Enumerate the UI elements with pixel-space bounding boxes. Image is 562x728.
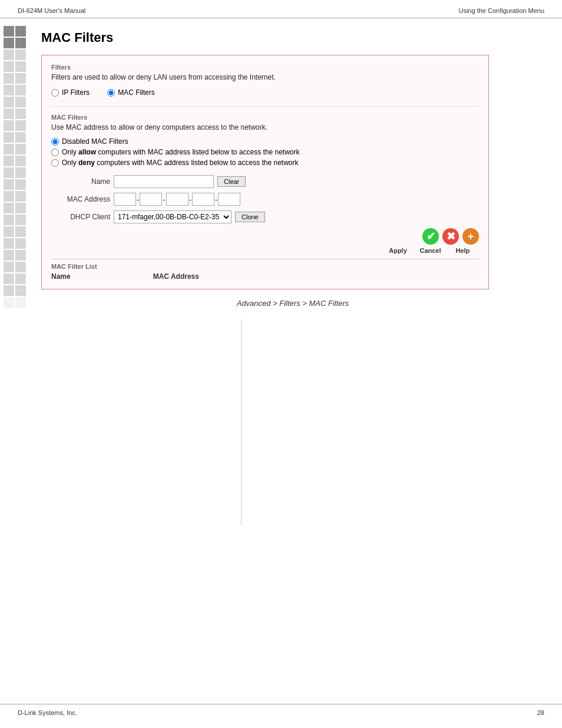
apply-label: Apply <box>382 247 414 254</box>
cancel-icon: ✖ <box>447 230 455 243</box>
col-name: Name <box>51 272 71 281</box>
bottom-left <box>77 319 242 526</box>
disabled-option[interactable]: Disabled MAC Filters <box>51 137 479 146</box>
page-title: MAC Filters <box>41 30 544 45</box>
page-footer: D-Link Systems, Inc. 28 <box>0 704 562 716</box>
cancel-label: Cancel <box>414 247 447 254</box>
filters-description: Filters are used to allow or deny LAN us… <box>51 73 479 81</box>
action-icons-row: ✔ ✖ + <box>51 228 479 245</box>
filter-type-radio-group: IP Filters MAC Filters <box>51 88 479 97</box>
mac-address-label: MAC Address <box>51 195 110 203</box>
mac-filters-option[interactable]: MAC Filters <box>107 88 155 97</box>
name-label: Name <box>51 177 110 186</box>
apply-icon-button[interactable]: ✔ <box>422 228 439 245</box>
ip-filters-radio[interactable] <box>51 89 59 97</box>
dhcp-row: DHCP Client 171-mfager,00-0B-DB-C0-E2-35… <box>51 210 479 223</box>
dhcp-label: DHCP Client <box>51 213 110 221</box>
clear-button[interactable]: Clear <box>217 176 246 187</box>
action-labels-row: Apply Cancel Help <box>51 247 479 254</box>
apply-icon: ✔ <box>427 230 435 243</box>
allow-radio[interactable] <box>51 149 59 156</box>
mac-octet-1[interactable] <box>114 193 136 206</box>
help-icon: + <box>468 230 474 243</box>
disabled-radio[interactable] <box>51 138 59 146</box>
panel-box: Filters Filters are used to allow or den… <box>41 55 489 289</box>
mac-filters-radio[interactable] <box>107 89 115 97</box>
filters-section-title: Filters <box>51 64 479 71</box>
mac-description: Use MAC address to allow or deny compute… <box>51 123 479 131</box>
left-decoration <box>0 24 32 310</box>
deny-label: Only deny computers with MAC address lis… <box>62 159 299 167</box>
help-label: Help <box>447 247 479 254</box>
mac-filter-options: Disabled MAC Filters Only allow computer… <box>51 137 479 167</box>
header-right: Using the Configuration Menu <box>458 7 544 14</box>
main-content: MAC Filters Filters Filters are used to … <box>35 18 562 538</box>
dhcp-select[interactable]: 171-mfager,00-0B-DB-C0-E2-35 <box>114 210 232 223</box>
bottom-section <box>77 319 544 526</box>
mac-octet-2[interactable] <box>140 193 162 206</box>
deny-radio[interactable] <box>51 159 59 167</box>
allow-option[interactable]: Only allow computers with MAC address li… <box>51 148 479 156</box>
ip-filters-label: IP Filters <box>62 88 90 97</box>
mac-address-inputs: - - - - <box>114 193 240 206</box>
allow-bold: allow <box>78 148 96 156</box>
mac-octet-4[interactable] <box>192 193 214 206</box>
bottom-right <box>242 319 544 526</box>
deny-option[interactable]: Only deny computers with MAC address lis… <box>51 159 479 167</box>
cancel-icon-button[interactable]: ✖ <box>442 228 459 245</box>
footer-right: 28 <box>537 709 544 716</box>
ip-filters-option[interactable]: IP Filters <box>51 88 90 97</box>
allow-label: Only allow computers with MAC address li… <box>62 148 300 156</box>
filter-list-title: MAC Filter List <box>51 263 97 270</box>
section-divider <box>51 106 479 107</box>
mac-section-title: MAC Filters <box>51 114 479 121</box>
filter-list-header: MAC Filter List <box>51 259 479 270</box>
name-input[interactable] <box>114 175 214 188</box>
page-header: DI-624M User's Manual Using the Configur… <box>0 0 562 18</box>
help-icon-button[interactable]: + <box>462 228 479 245</box>
mac-filters-label: MAC Filters <box>118 88 155 97</box>
name-row: Name Clear <box>51 175 479 188</box>
footer-left: D-Link Systems, Inc. <box>18 709 77 716</box>
caption: Advanced > Filters > MAC Filters <box>41 299 544 308</box>
filter-list-columns: Name MAC Address <box>51 272 479 281</box>
clone-button[interactable]: Clone <box>235 212 265 222</box>
col-mac: MAC Address <box>153 272 199 281</box>
mac-octet-3[interactable] <box>166 193 189 206</box>
disabled-label: Disabled MAC Filters <box>62 137 128 146</box>
mac-octet-5[interactable] <box>218 193 240 206</box>
header-left: DI-624M User's Manual <box>18 7 85 14</box>
deny-bold: deny <box>78 159 95 167</box>
mac-address-row: MAC Address - - - - <box>51 193 479 206</box>
